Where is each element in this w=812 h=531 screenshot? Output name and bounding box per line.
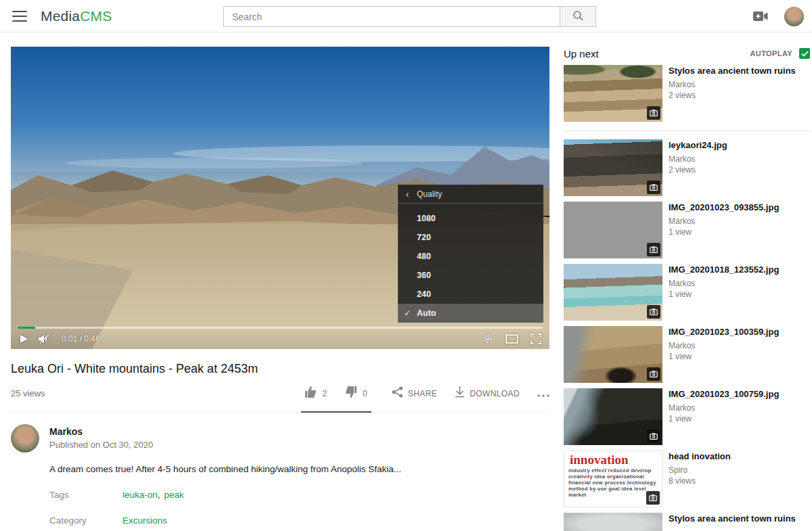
author-name[interactable]: Markos — [49, 426, 153, 437]
up-next-item[interactable]: IMG_20201018_123552.jpg Markos 1 view — [564, 264, 810, 321]
view-count: 25 views — [11, 388, 45, 398]
up-next-item[interactable]: IMG_20201023_100759.jpg Markos 1 view — [564, 388, 810, 445]
logo[interactable]: MediaCMS — [41, 8, 112, 24]
settings-gear-icon[interactable] — [482, 333, 493, 344]
up-next-list: Stylos area ancient town ruins Markos 2 … — [564, 65, 810, 531]
up-next-thumbnail[interactable] — [564, 65, 662, 122]
like-button[interactable]: 2 — [304, 386, 327, 401]
meta-row: 25 views 2 0 — [11, 386, 549, 413]
up-next-item[interactable]: IMG_20201023_100359.jpg Markos 1 view — [564, 326, 810, 383]
video-player[interactable]: 0:01 / 0:46 ‹ Quality ✓1080 — [11, 47, 549, 349]
camera-icon — [647, 243, 660, 256]
main-column: 0:01 / 0:46 ‹ Quality ✓1080 — [11, 47, 549, 531]
up-next-item[interactable]: head inovation Spiro 8 views — [564, 451, 810, 507]
quality-options: ✓1080✓720✓480✓360✓240✓Auto — [398, 209, 543, 323]
camera-icon — [647, 367, 660, 381]
video-description: A dream comes true! After 4-5 hours of c… — [49, 464, 469, 474]
up-next-item-views: 2 views — [669, 90, 796, 101]
author-avatar[interactable] — [11, 424, 39, 453]
tag-separator: , — [158, 490, 160, 500]
quality-menu: ‹ Quality ✓1080✓720✓480✓360✓240✓Auto — [398, 185, 543, 323]
up-next-item-views: 2 views — [669, 164, 727, 176]
up-next-item-title: leykaori24.jpg — [669, 140, 727, 151]
up-next-item-title: Stylos area ancient town ruins — [669, 66, 796, 76]
quality-option-label: 360 — [417, 271, 431, 280]
quality-option-480[interactable]: ✓480 — [398, 247, 543, 266]
theater-mode-icon[interactable] — [505, 334, 518, 344]
tags-row: Tags leuka-ori,peak — [49, 490, 549, 500]
quality-option-label: 240 — [417, 290, 431, 299]
camera-icon — [647, 430, 660, 443]
tags-label: Tags — [49, 490, 122, 500]
category-link[interactable]: Excursions — [122, 515, 167, 526]
up-next-item[interactable]: Stylos area ancient town ruins Markos 2 … — [564, 65, 810, 131]
download-button[interactable]: DOWNLOAD — [455, 386, 520, 400]
up-next-thumbnail[interactable] — [564, 513, 662, 531]
menu-button[interactable] — [12, 11, 27, 22]
player-controls: 0:01 / 0:46 — [11, 329, 549, 349]
up-next-item-title: IMG_20201018_123552.jpg — [669, 264, 779, 275]
search-input[interactable] — [223, 6, 560, 27]
mute-icon[interactable] — [38, 333, 51, 344]
autoplay-checkbox[interactable] — [799, 48, 810, 59]
camera-icon — [647, 106, 660, 120]
check-icon: ✓ — [398, 308, 417, 318]
like-count: 2 — [322, 389, 327, 398]
autoplay-label: AUTOPLAY — [750, 49, 793, 57]
share-icon — [392, 386, 403, 400]
up-next-item-views: 8 views — [669, 476, 731, 487]
up-next-title-heading: Up next — [564, 48, 599, 60]
quality-option-720[interactable]: ✓720 — [398, 228, 543, 247]
share-label: SHARE — [408, 389, 437, 398]
up-next-item-author: Markos — [669, 80, 796, 90]
search-bar — [223, 6, 596, 27]
camera-icon — [647, 305, 660, 319]
share-button[interactable]: SHARE — [392, 386, 437, 400]
header-actions — [753, 0, 804, 32]
up-next-item-author: Markos — [669, 154, 727, 164]
quality-option-240[interactable]: ✓240 — [398, 285, 543, 304]
up-next-thumbnail[interactable] — [564, 451, 662, 507]
up-next-thumbnail[interactable] — [564, 139, 662, 196]
logo-cms: CMS — [80, 8, 112, 24]
thumbs-down-icon — [344, 386, 358, 401]
quality-menu-back[interactable]: ‹ Quality — [398, 185, 543, 204]
play-button[interactable] — [19, 334, 28, 344]
tag-link[interactable]: peak — [164, 490, 184, 500]
more-options-button[interactable] — [537, 388, 549, 400]
up-next-thumbnail[interactable] — [564, 264, 662, 321]
tag-link[interactable]: leuka-ori — [122, 490, 158, 500]
up-next-sidebar: Up next AUTOPLAY Stylos area ancient tow… — [564, 47, 810, 531]
up-next-thumbnail[interactable] — [564, 326, 662, 383]
up-next-thumbnail[interactable] — [564, 388, 662, 445]
logo-media: Media — [41, 8, 80, 24]
camera-icon — [646, 491, 660, 505]
time-display: 0:01 / 0:46 — [62, 334, 100, 344]
published-date: Published on Oct 30, 2020 — [49, 440, 153, 450]
download-label: DOWNLOAD — [470, 389, 520, 398]
top-bar: MediaCMS — [0, 0, 812, 32]
search-icon — [572, 10, 584, 24]
up-next-item-views: 1 view — [669, 227, 779, 238]
up-next-item[interactable]: Stylos area ancient town ruins — [564, 513, 810, 531]
author-row: Markos Published on Oct 30, 2020 — [11, 424, 549, 453]
up-next-item-title: Stylos area ancient town ruins — [669, 513, 796, 524]
fullscreen-icon[interactable] — [531, 333, 541, 344]
search-button[interactable] — [560, 6, 596, 27]
dislike-button[interactable]: 0 — [344, 386, 367, 401]
quality-option-auto[interactable]: ✓Auto — [398, 304, 543, 323]
upload-media-icon[interactable] — [753, 11, 768, 22]
up-next-item[interactable]: leykaori24.jpg Markos 2 views — [564, 139, 810, 196]
user-avatar[interactable] — [784, 7, 804, 26]
quality-option-1080[interactable]: ✓1080 — [398, 209, 543, 228]
up-next-header: Up next AUTOPLAY — [564, 47, 810, 60]
quality-option-360[interactable]: ✓360 — [398, 266, 543, 285]
up-next-item[interactable]: IMG_20201023_093855.jpg Markos 1 view — [564, 202, 810, 258]
thumbs-up-icon — [304, 386, 317, 401]
up-next-item-author: Markos — [669, 279, 779, 289]
up-next-item-author: Markos — [669, 403, 779, 413]
category-label: Category — [49, 515, 122, 526]
more-dots-icon — [537, 388, 549, 400]
up-next-item-author: Markos — [669, 341, 779, 351]
up-next-thumbnail[interactable] — [564, 202, 662, 258]
